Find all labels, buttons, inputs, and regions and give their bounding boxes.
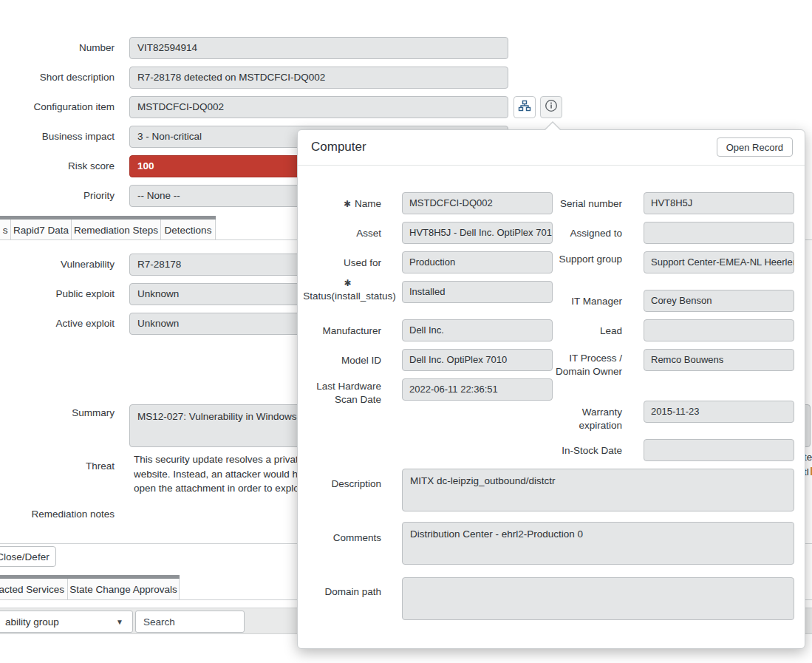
vulnerability-form-page: Number VIT82594914 Short description R7-… bbox=[0, 0, 812, 663]
number-field[interactable]: VIT82594914 bbox=[129, 37, 508, 59]
business-impact-label: Business impact bbox=[0, 131, 115, 143]
status-label: ✱Status(install_status) bbox=[294, 276, 405, 303]
model-id-field[interactable]: Dell Inc. OptiPlex 7010 bbox=[402, 349, 553, 371]
open-record-button[interactable]: Open Record bbox=[717, 137, 793, 157]
info-icon bbox=[545, 99, 558, 115]
name-label: ✱Name bbox=[298, 197, 381, 211]
status-field[interactable]: Installed bbox=[402, 281, 553, 303]
last-hardware-scan-date-field[interactable]: 2022-06-11 22:36:51 bbox=[402, 378, 553, 401]
threat-text-line: This security update resolves a privatel… bbox=[134, 452, 297, 467]
popup-header-divider bbox=[298, 165, 805, 166]
computer-preview-popup: Computer Open Record ✱Name MSTDCFCI-DQ00… bbox=[297, 129, 805, 649]
priority-label: Priority bbox=[0, 190, 115, 202]
description-textarea[interactable]: MITX dc-leipzig_outbound/distctr bbox=[402, 469, 794, 511]
serial-number-field[interactable]: HVT8H5J bbox=[644, 192, 794, 214]
assigned-to-field[interactable] bbox=[644, 222, 794, 244]
short-description-field[interactable]: R7-28178 detected on MSTDCFCI-DQ002 bbox=[129, 67, 508, 89]
tab-state-change-approvals[interactable]: State Change Approvals bbox=[68, 579, 180, 599]
tab-remediation-steps[interactable]: Remediation Steps bbox=[72, 220, 161, 240]
required-marker-icon: ✱ bbox=[294, 276, 401, 290]
asset-label: Asset bbox=[298, 227, 381, 240]
close-defer-button[interactable]: Close/Defer bbox=[0, 546, 56, 567]
lead-label: Lead bbox=[549, 324, 622, 338]
support-group-label: Support group bbox=[549, 253, 622, 266]
name-field[interactable]: MSTDCFCI-DQ002 bbox=[402, 192, 553, 214]
comments-textarea[interactable]: Distribution Center - ehrl2-Production 0 bbox=[402, 522, 794, 565]
used-for-label: Used for bbox=[298, 256, 381, 270]
required-marker-icon: ✱ bbox=[344, 199, 351, 209]
configuration-item-label: Configuration item bbox=[0, 101, 115, 113]
record-tab-strip: s Rapid7 Data Remediation Steps Detectio… bbox=[0, 216, 216, 240]
asset-field[interactable]: HVT8H5J - Dell Inc. OptiPlex 7010 bbox=[402, 222, 553, 244]
vulnerability-label: Vulnerability bbox=[0, 259, 115, 271]
dropdown-value: ability group bbox=[5, 616, 59, 628]
warranty-expiration-field[interactable]: 2015-11-23 bbox=[644, 401, 794, 423]
threat-text-line: website. Instead, an attacker would have bbox=[134, 467, 297, 482]
configuration-item-field[interactable]: MSTDCFCI-DQ002 bbox=[129, 96, 508, 118]
it-process-domain-owner-label: IT Process / Domain Owner bbox=[549, 352, 622, 378]
in-stock-date-field[interactable] bbox=[644, 439, 794, 461]
popup-caret-fill bbox=[545, 123, 561, 131]
chevron-down-icon: ▼ bbox=[116, 618, 123, 626]
tab-impacted-services[interactable]: pacted Services bbox=[0, 579, 68, 599]
threat-label: Threat bbox=[0, 460, 115, 472]
tab-clipped[interactable]: s bbox=[0, 220, 11, 240]
description-label: Description bbox=[298, 477, 381, 491]
domain-path-textarea[interactable] bbox=[402, 577, 794, 620]
threat-text-line: open the attachment in order to exploit … bbox=[134, 481, 297, 496]
related-list-tab-strip: pacted Services State Change Approvals bbox=[0, 575, 180, 599]
it-process-domain-owner-field[interactable]: Remco Bouwens bbox=[644, 349, 794, 371]
lead-field[interactable] bbox=[644, 319, 794, 341]
summary-label: Summary bbox=[0, 407, 115, 419]
manufacturer-label: Manufacturer bbox=[298, 324, 381, 338]
tab-rapid7-data[interactable]: Rapid7 Data bbox=[11, 220, 72, 240]
assigned-to-label: Assigned to bbox=[549, 227, 622, 240]
model-id-label: Model ID bbox=[298, 354, 381, 367]
it-manager-label: IT Manager bbox=[549, 295, 622, 308]
dependency-view-button[interactable] bbox=[514, 96, 536, 118]
in-stock-date-label: In-Stock Date bbox=[549, 444, 622, 458]
number-label: Number bbox=[0, 42, 115, 54]
comments-label: Comments bbox=[298, 531, 381, 545]
it-manager-field[interactable]: Corey Benson bbox=[644, 290, 794, 312]
short-description-label: Short description bbox=[0, 72, 115, 84]
popup-title: Computer bbox=[311, 140, 366, 154]
search-column-dropdown[interactable]: ability group ▼ bbox=[0, 611, 133, 633]
ci-preview-button[interactable] bbox=[540, 96, 562, 118]
remediation-notes-label: Remediation notes bbox=[0, 509, 115, 520]
domain-path-label: Domain path bbox=[298, 585, 381, 599]
warranty-expiration-label: Warranty expiration bbox=[549, 406, 622, 432]
list-search-input[interactable] bbox=[135, 611, 245, 633]
tab-detections[interactable]: Detections bbox=[161, 220, 216, 240]
active-exploit-label: Active exploit bbox=[0, 318, 115, 330]
used-for-field[interactable]: Production bbox=[402, 251, 553, 273]
support-group-field[interactable]: Support Center-EMEA-NL Heerlen bbox=[644, 251, 794, 273]
hierarchy-icon bbox=[518, 99, 531, 115]
risk-score-label: Risk score bbox=[0, 160, 115, 172]
public-exploit-label: Public exploit bbox=[0, 288, 115, 300]
serial-number-label: Serial number bbox=[549, 197, 622, 211]
last-hardware-scan-date-label: Last Hardware Scan Date bbox=[298, 380, 381, 407]
manufacturer-field[interactable]: Dell Inc. bbox=[402, 319, 553, 341]
